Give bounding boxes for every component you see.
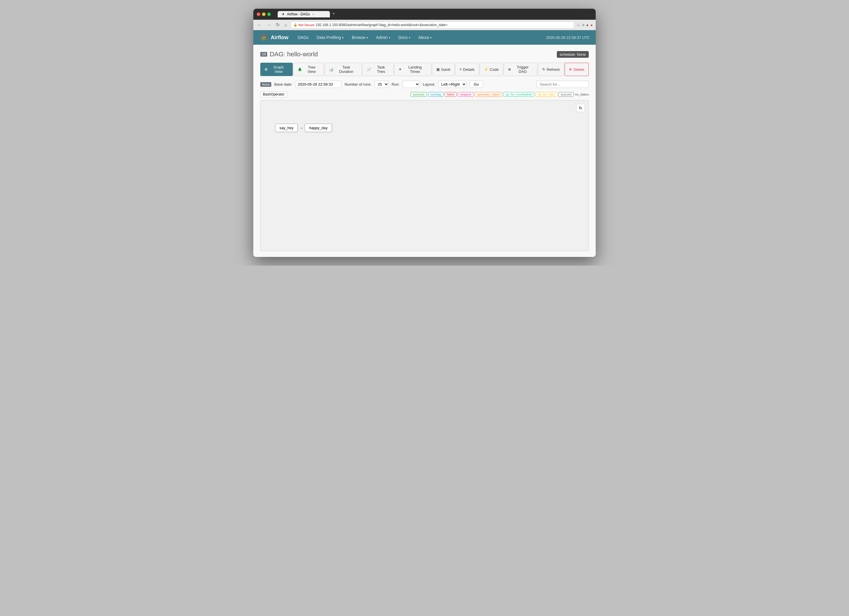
home-button[interactable]: ⌂ — [283, 22, 288, 28]
nav-data-profiling[interactable]: Data Profiling ▾ — [313, 33, 347, 42]
tab-graph-view[interactable]: ✿ Graph View — [260, 63, 293, 76]
about-caret: ▾ — [430, 36, 432, 39]
none-badge: None — [260, 82, 271, 87]
browser-window: ✈ Airflow - DAGs × + ← → ↻ ⌂ 🔒 Not Secur… — [253, 9, 596, 257]
status-up-for-retry[interactable]: up_for_retry — [535, 92, 557, 97]
graph-view-icon: ✿ — [265, 67, 268, 72]
data-profiling-caret: ▾ — [342, 36, 344, 39]
tab-task-duration[interactable]: 📊 Task Duration — [325, 63, 362, 76]
tab-delete[interactable]: ⊗ Delete — [565, 63, 589, 76]
not-secure-label: Not Secure — [299, 23, 314, 27]
tab-close-icon[interactable]: × — [312, 12, 314, 16]
airflow-logo-icon — [259, 33, 268, 42]
tab-gantt[interactable]: ▦ Gantt — [432, 63, 455, 76]
num-runs-label: Number of runs: — [344, 82, 371, 87]
graph-node-happy-day[interactable]: happy_day — [305, 124, 332, 132]
bookmark-icon[interactable]: ☆ — [576, 22, 580, 27]
task-tries-icon: 📈 — [367, 67, 371, 72]
browse-caret: ▾ — [366, 36, 368, 39]
minimize-traffic-light[interactable] — [262, 12, 265, 16]
maximize-traffic-light[interactable] — [267, 12, 271, 16]
dag-title: Off DAG: hello-world — [260, 51, 318, 58]
forward-button[interactable]: → — [265, 22, 273, 28]
status-success[interactable]: success — [411, 92, 427, 97]
status-queued[interactable]: queued — [559, 92, 574, 97]
navbar-brand: Airflow — [259, 33, 288, 42]
navbar: Airflow DAGs Data Profiling ▾ Browse ▾ A… — [253, 30, 596, 45]
graph-arrow: → — [298, 125, 305, 131]
status-failed[interactable]: failed — [444, 92, 457, 97]
run-select[interactable] — [402, 81, 420, 88]
close-traffic-light[interactable] — [257, 12, 260, 16]
back-button[interactable]: ← — [256, 22, 263, 28]
menu-icon[interactable]: ≡ — [582, 22, 584, 27]
dag-name: DAG: hello-world — [270, 51, 318, 58]
navbar-nav: DAGs Data Profiling ▾ Browse ▾ Admin ▾ D… — [294, 33, 546, 42]
controls-bar: None Base date: Number of runs: 25 Run: … — [260, 81, 589, 88]
num-runs-select[interactable]: 25 — [375, 81, 389, 88]
layout-label: Layout: — [423, 82, 435, 87]
code-icon: ⚡ — [484, 67, 489, 72]
status-running[interactable]: running — [428, 92, 443, 97]
run-label: Run: — [392, 82, 399, 87]
dag-header: Off DAG: hello-world schedule: None — [260, 51, 589, 58]
app-content: Airflow DAGs Data Profiling ▾ Browse ▾ A… — [253, 30, 596, 257]
docs-caret: ▾ — [409, 36, 410, 39]
graph-refresh-button[interactable]: ↻ — [576, 104, 585, 112]
task-duration-icon: 📊 — [329, 67, 334, 72]
reload-button[interactable]: ↻ — [275, 21, 281, 28]
address-bar[interactable]: 🔒 Not Secure 192.168.1.150:8080/admin/ai… — [291, 21, 574, 28]
status-skipped[interactable]: skipped — [458, 92, 474, 97]
tab-favicon: ✈ — [282, 12, 284, 16]
base-date-label: Base date: — [274, 82, 292, 87]
trigger-dag-icon: ⊕ — [508, 67, 511, 72]
tab-refresh[interactable]: ↻ Refresh — [538, 63, 565, 76]
graph-nodes: say_hey → happy_day — [269, 118, 338, 138]
nav-dags[interactable]: DAGs — [294, 33, 312, 42]
status-up-for-reschedule[interactable]: up_for_reschedule — [503, 92, 534, 97]
dag-off-badge: Off — [260, 52, 267, 57]
tab-navigation: ✿ Graph View 🌲 Tree View 📊 Task Duration… — [260, 63, 589, 76]
graph-node-say-hey[interactable]: say_hey — [275, 124, 298, 132]
status-upstream-failed[interactable]: upstream_failed — [475, 92, 502, 97]
security-icon: 🔒 — [293, 23, 297, 27]
avatar-icon[interactable]: ● — [586, 22, 588, 27]
close-window-icon[interactable]: ● — [590, 22, 593, 27]
nav-about[interactable]: About ▾ — [415, 33, 435, 42]
traffic-lights — [257, 12, 271, 16]
browser-toolbar: ← → ↻ ⌂ 🔒 Not Secure 192.168.1.150:8080/… — [253, 20, 596, 30]
tab-code[interactable]: ⚡ Code — [480, 63, 503, 76]
tab-details[interactable]: ≡ Details — [455, 63, 479, 76]
tree-view-icon: 🌲 — [298, 67, 302, 72]
graph-area: ↻ say_hey → happy_day — [260, 100, 589, 251]
nav-browse[interactable]: Browse ▾ — [348, 33, 371, 42]
tab-landing-times[interactable]: ✈ Landing Times — [394, 63, 432, 76]
tab-task-tries[interactable]: 📈 Task Tries — [362, 63, 393, 76]
toolbar-right: ☆ ≡ ● ● — [576, 22, 593, 27]
tab-tree-view[interactable]: 🌲 Tree View — [293, 63, 325, 76]
operator-badge[interactable]: BashOperator — [260, 91, 287, 97]
address-url: 192.168.1.150:8080/admin/airflow/graph?d… — [316, 23, 448, 27]
go-button[interactable]: Go — [469, 81, 483, 88]
gantt-icon: ▦ — [436, 67, 439, 72]
new-tab-icon[interactable]: + — [332, 11, 335, 16]
layout-select[interactable]: Left->Right — [438, 81, 466, 88]
admin-caret: ▾ — [389, 36, 390, 39]
brand-text: Airflow — [271, 34, 288, 41]
tab-title: Airflow - DAGs — [287, 12, 310, 16]
schedule-badge: schedule: None — [557, 51, 589, 58]
details-icon: ≡ — [460, 67, 462, 72]
legend-bar: BashOperator success running failed skip… — [260, 91, 589, 97]
landing-times-icon: ✈ — [399, 67, 402, 72]
status-badges: success running failed skipped upstream_… — [411, 92, 589, 97]
base-date-input[interactable] — [295, 81, 341, 88]
status-no-status: no_status — [575, 92, 589, 96]
tab-trigger-dag[interactable]: ⊕ Trigger DAG — [504, 63, 538, 76]
active-browser-tab[interactable]: ✈ Airflow - DAGs × — [278, 11, 330, 18]
nav-docs[interactable]: Docs ▾ — [395, 33, 414, 42]
browser-titlebar: ✈ Airflow - DAGs × + — [253, 9, 596, 20]
search-input[interactable] — [536, 81, 589, 88]
nav-admin[interactable]: Admin ▾ — [372, 33, 394, 42]
refresh-icon: ↻ — [542, 67, 545, 72]
delete-icon: ⊗ — [569, 67, 572, 72]
